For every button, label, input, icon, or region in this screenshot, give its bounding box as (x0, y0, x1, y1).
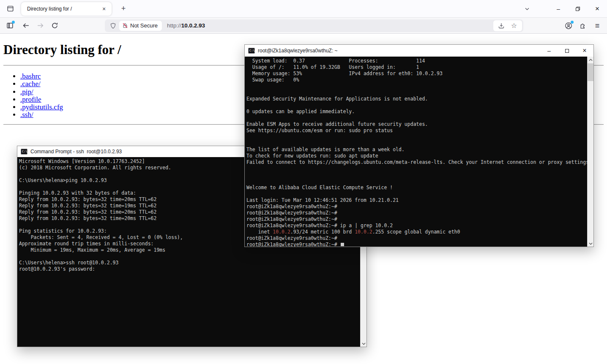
terminal-line: C:\Users\helena>ssh root@10.0.2.93 (19, 260, 360, 266)
maximize-icon (565, 49, 569, 53)
notification-dot (12, 21, 15, 24)
terminal-line: root@iZk1a8qwlezye9rsa0wthuZ:~# (246, 235, 587, 242)
firefox-view-icon[interactable] (4, 3, 16, 15)
not-secure-label: Not Secure (130, 22, 158, 29)
terminal-line: Memory usage: 53% IPv4 address for eth0:… (246, 71, 587, 77)
padlock-slash-icon (122, 22, 128, 29)
urlbar-actions: ☆ (493, 20, 522, 31)
directory-link[interactable]: .cache/ (20, 80, 41, 88)
account-notification-dot (571, 21, 574, 24)
ssh-window: C:\ root@iZk1a8qwlezye9rsa0wthuZ: ~ – × … (244, 44, 594, 247)
browser-tab-bar: Directory listing for / × + – × (0, 0, 607, 18)
url-scheme: http:// (167, 22, 181, 29)
ssh-terminal[interactable]: System load: 0.37 Processes: 114 Usage o… (245, 57, 593, 247)
terminal-line (246, 166, 587, 172)
menu-hamburger-icon[interactable]: ≡ (591, 19, 604, 32)
terminal-line: To check for new updates run: sudo apt u… (246, 153, 587, 159)
terminal-line: Usage of /: 11.0% of 19.32GB Users logge… (246, 64, 587, 71)
terminal-line (246, 90, 587, 96)
ssh-minimize-button[interactable]: – (540, 45, 558, 57)
tab-close-icon[interactable]: × (100, 5, 108, 13)
scroll-up-icon[interactable] (588, 57, 593, 63)
terminal-line (19, 253, 360, 260)
new-tab-button[interactable]: + (118, 3, 129, 15)
ssh-scrollbar[interactable] (587, 57, 593, 247)
window-minimize-button[interactable]: – (549, 2, 568, 16)
terminal-line (246, 191, 587, 197)
ssh-maximize-button[interactable] (558, 45, 576, 57)
not-secure-chip[interactable]: Not Secure (119, 21, 162, 31)
shield-icon[interactable] (107, 21, 118, 31)
forward-icon[interactable] (34, 19, 46, 32)
scroll-down-icon[interactable] (588, 240, 593, 247)
terminal-line: The list of available updates is more th… (246, 147, 587, 153)
address-bar[interactable]: Not Secure http://10.0.2.93 ☆ (105, 19, 523, 32)
terminal-line: See https://ubuntu.com/esm or run: sudo … (246, 128, 587, 134)
list-all-tabs-icon[interactable] (521, 3, 533, 15)
terminal-line: Failed to connect to https://changelogs.… (246, 159, 587, 166)
terminal-line: 0 updates can be applied immediately. (246, 109, 587, 115)
terminal-line: System load: 0.37 Processes: 114 (246, 58, 587, 64)
terminal-line (246, 83, 587, 90)
sidebar-icon[interactable] (3, 19, 16, 32)
restore-icon (576, 7, 580, 11)
scroll-down-icon[interactable] (361, 340, 366, 347)
terminal-line (246, 172, 587, 178)
terminal-line: root@10.0.2.93's password: (19, 266, 360, 272)
window-restore-button[interactable] (568, 2, 588, 16)
ssh-terminal-output: System load: 0.37 Processes: 114 Usage o… (245, 57, 587, 247)
directory-link[interactable]: .pip/ (20, 88, 33, 96)
terminal-line (246, 140, 587, 147)
desktop: Directory listing for / × + – × (0, 0, 607, 364)
cmd-prompt-icon: C:\ (248, 48, 255, 54)
terminal-line: root@iZk1a8qwlezye9rsa0wthuZ:~# (246, 204, 587, 210)
save-page-icon[interactable] (495, 21, 508, 31)
terminal-line (246, 115, 587, 121)
terminal-line: Last login: Tue Mar 10 12:46:51 2026 fro… (246, 197, 587, 204)
back-icon[interactable] (19, 19, 32, 32)
terminal-line: Enable ESM Apps to receive additional fu… (246, 121, 587, 128)
terminal-line (246, 178, 587, 185)
cmd-prompt-icon: C:\ (21, 149, 27, 155)
terminal-line: Welcome to Alibaba Cloud Elastic Compute… (246, 185, 587, 191)
terminal-cursor (341, 243, 344, 246)
ssh-close-button[interactable]: × (576, 45, 593, 57)
url-host: 10.0.2.93 (181, 22, 205, 29)
scrollbar-thumb[interactable] (588, 63, 593, 81)
directory-link[interactable]: .profile (20, 95, 41, 103)
terminal-line: root@iZk1a8qwlezye9rsa0wthuZ:~# (246, 210, 587, 216)
directory-link[interactable]: .bashrc (20, 72, 41, 80)
terminal-line: Swap usage: 0% (246, 77, 587, 83)
terminal-line (246, 134, 587, 140)
account-icon[interactable] (562, 19, 575, 32)
bookmark-star-icon[interactable]: ☆ (508, 21, 520, 31)
ssh-window-title: root@iZk1a8qwlezye9rsa0wthuZ: ~ (258, 48, 540, 54)
ssh-titlebar[interactable]: C:\ root@iZk1a8qwlezye9rsa0wthuZ: ~ – × (245, 45, 593, 57)
directory-link[interactable]: .pydistutils.cfg (20, 103, 63, 111)
browser-tab[interactable]: Directory listing for / × (21, 2, 112, 16)
terminal-line: Minimum = 19ms, Maximum = 20ms, Average … (19, 247, 360, 253)
url-text: http://10.0.2.93 (167, 22, 205, 29)
extensions-puzzle-icon[interactable] (577, 19, 589, 32)
tab-title: Directory listing for / (27, 6, 100, 12)
reload-icon[interactable] (48, 19, 61, 32)
browser-toolbar: Not Secure http://10.0.2.93 ☆ (0, 18, 607, 34)
terminal-line: inet 10.0.2.93/24 metric 100 brd 10.0.2.… (246, 229, 587, 235)
terminal-line: root@iZk1a8qwlezye9rsa0wthuZ:~# ip a | g… (246, 223, 587, 229)
terminal-line (246, 102, 587, 109)
directory-link[interactable]: .ssh/ (20, 111, 33, 119)
terminal-line: Expanded Security Maintenance for Applic… (246, 96, 587, 102)
terminal-line: root@iZk1a8qwlezye9rsa0wthuZ:~# (246, 216, 587, 223)
window-close-button[interactable]: × (588, 2, 607, 16)
terminal-line: root@iZk1a8qwlezye9rsa0wthuZ:~# (246, 242, 587, 247)
